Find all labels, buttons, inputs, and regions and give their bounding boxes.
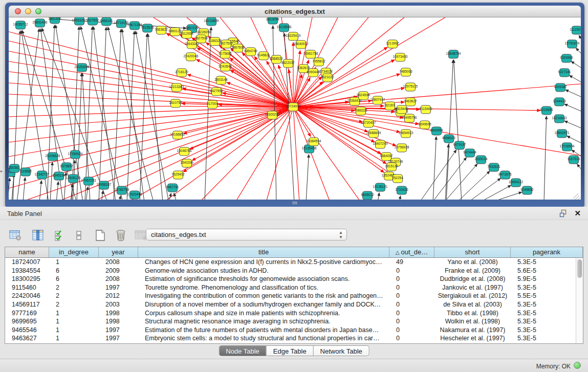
network-node[interactable]: 12213383 — [169, 83, 184, 92]
column-header-title[interactable]: title — [138, 247, 389, 257]
network-node[interactable]: 1213967 — [386, 40, 399, 48]
network-window-titlebar[interactable]: citations_edges.txt — [9, 6, 581, 17]
network-node[interactable]: 17016504 — [560, 143, 575, 151]
column-header-out-degree[interactable]: △out_de… — [389, 247, 434, 257]
network-node[interactable]: 9824594 — [357, 92, 370, 100]
network-node[interactable]: 8471676 — [498, 171, 512, 179]
network-node[interactable]: 9463627 — [404, 98, 417, 106]
network-node[interactable]: 18300295 — [265, 111, 280, 119]
network-node[interactable]: 12505135 — [66, 174, 81, 183]
network-node[interactable]: 1545194 — [52, 172, 66, 180]
network-node[interactable]: 7986322 — [354, 107, 367, 115]
table-row[interactable]: 1938455462009Genome-wide association stu… — [5, 267, 576, 275]
close-window-button[interactable] — [15, 8, 21, 14]
network-node[interactable]: 9242848 — [219, 63, 232, 71]
network-node[interactable]: 18407249 — [373, 140, 388, 148]
network-node[interactable]: 1527602 — [86, 17, 99, 25]
network-node[interactable]: 20206526 — [46, 152, 60, 161]
network-node[interactable]: 9146821 — [257, 52, 270, 60]
network-node[interactable]: 20891406 — [33, 19, 48, 27]
network-node[interactable]: 19671358 — [127, 21, 142, 30]
network-node[interactable]: 19218586 — [277, 24, 292, 32]
network-node[interactable]: 7625402 — [171, 171, 185, 179]
network-node[interactable]: 8454749 — [244, 48, 257, 56]
network-node[interactable]: 1891306 — [48, 17, 61, 24]
network-node[interactable]: 9175685 — [219, 50, 232, 58]
network-node[interactable]: 17957253 — [81, 177, 96, 185]
network-node[interactable]: 8958923 — [442, 135, 455, 143]
network-node[interactable]: 9227341 — [558, 69, 571, 77]
network-node[interactable]: 1815132 — [385, 163, 398, 171]
table-row[interactable]: 946554611997Estimation of the future num… — [5, 326, 576, 335]
network-node[interactable]: 1115682 — [19, 168, 32, 176]
network-node[interactable]: 26495756 — [402, 114, 417, 122]
network-node[interactable]: 9845012 — [361, 191, 374, 200]
table-settings-button[interactable] — [8, 228, 23, 243]
network-node[interactable]: 14136141 — [373, 183, 388, 191]
network-node[interactable]: 11123074 — [570, 26, 581, 34]
close-panel-icon[interactable]: ✕ — [574, 209, 581, 218]
network-node[interactable]: 8427552 — [210, 87, 223, 96]
row-height-button[interactable] — [72, 228, 86, 243]
selection-mode-button[interactable] — [52, 228, 67, 243]
network-node[interactable]: 12342737 — [35, 171, 50, 179]
network-node[interactable]: 850561 — [9, 164, 20, 172]
table-row[interactable]: 1456911722003Disruption of a novel membe… — [5, 300, 576, 309]
network-node[interactable]: 18640910 — [294, 40, 309, 49]
network-node[interactable]: 9245652 — [520, 186, 534, 194]
network-node[interactable]: 7815526 — [141, 24, 154, 32]
float-panel-icon[interactable] — [559, 209, 568, 217]
network-node[interactable]: 1209387 — [554, 83, 567, 92]
network-node[interactable]: 10719155 — [114, 19, 129, 28]
column-header-year[interactable]: year — [99, 247, 138, 257]
network-node[interactable]: 8822037 — [281, 59, 295, 68]
table-source-combobox[interactable]: citations_edges.txt ▲▼ — [146, 229, 347, 240]
network-node[interactable]: 9115460 — [420, 105, 432, 114]
network-node[interactable]: 10688609 — [366, 129, 381, 138]
network-node[interactable]: 2935114 — [475, 156, 488, 164]
network-node[interactable]: 1733426 — [395, 186, 408, 194]
network-canvas[interactable]: 1405571220891406189130610653287152760264… — [9, 17, 581, 200]
network-node[interactable]: 1840954 — [430, 127, 443, 135]
network-node[interactable]: 7663822 — [155, 26, 168, 34]
table-scrollbar-thumb[interactable] — [577, 259, 582, 278]
memory-ok-indicator[interactable] — [574, 362, 581, 369]
delete-column-button[interactable] — [114, 228, 128, 243]
column-header-name[interactable]: name — [5, 247, 49, 257]
network-node[interactable]: 1588520 — [270, 55, 283, 63]
network-node[interactable]: 1244413 — [553, 98, 566, 106]
network-node[interactable]: 8215955 — [540, 106, 553, 115]
network-node[interactable]: 917004 — [207, 100, 218, 108]
network-node[interactable]: 6466161 — [100, 17, 113, 26]
citation-network-graph[interactable]: 1405571220891406189130610653287152760264… — [9, 17, 581, 200]
table-row[interactable]: 969969511998Structural magnetic resonanc… — [5, 317, 576, 326]
collapsed-west-panel-arrow-icon[interactable]: ▸ — [1, 169, 3, 173]
network-node[interactable]: 252254 — [392, 174, 403, 183]
network-node[interactable]: 19166852 — [170, 131, 185, 139]
network-node[interactable]: 8813054 — [266, 17, 279, 24]
minimize-window-button[interactable] — [25, 8, 31, 14]
table-row[interactable]: 2242004622012Investigating the contribut… — [5, 292, 576, 300]
network-node[interactable]: 2867608 — [231, 44, 245, 52]
column-header-in-degree[interactable]: in_degree — [49, 247, 99, 257]
network-node[interactable]: 9375857 — [60, 163, 73, 171]
network-node[interactable]: 9479197 — [453, 141, 466, 149]
network-node[interactable]: 62160 — [385, 102, 395, 110]
network-node[interactable]: 1540399 — [180, 159, 193, 167]
network-node[interactable]: 1810753 — [169, 99, 182, 107]
table-row[interactable]: 911546021997Tourette syndrome. Phenomeno… — [5, 283, 576, 292]
network-node[interactable]: 15046768 — [177, 147, 192, 156]
network-node[interactable]: 19756928 — [395, 144, 409, 152]
network-nodes[interactable]: 1405571220891406189130610653287152760264… — [9, 17, 581, 200]
network-node[interactable]: 9329966 — [560, 54, 573, 62]
network-node[interactable]: 16543382 — [185, 40, 200, 49]
network-node[interactable]: 17359924 — [68, 150, 83, 159]
network-node[interactable]: 1621022 — [321, 74, 334, 82]
network-node[interactable]: 16210643 — [552, 115, 567, 123]
table-row[interactable]: 1872400712008Changes of HCN gene express… — [5, 258, 576, 267]
network-node[interactable]: 19654923 — [399, 129, 413, 138]
frame-resize-grip[interactable] — [292, 202, 297, 205]
network-node[interactable]: 9457791 — [166, 184, 179, 192]
network-node[interactable]: 12975115 — [403, 83, 418, 91]
network-node[interactable]: 9474444 — [463, 149, 476, 157]
